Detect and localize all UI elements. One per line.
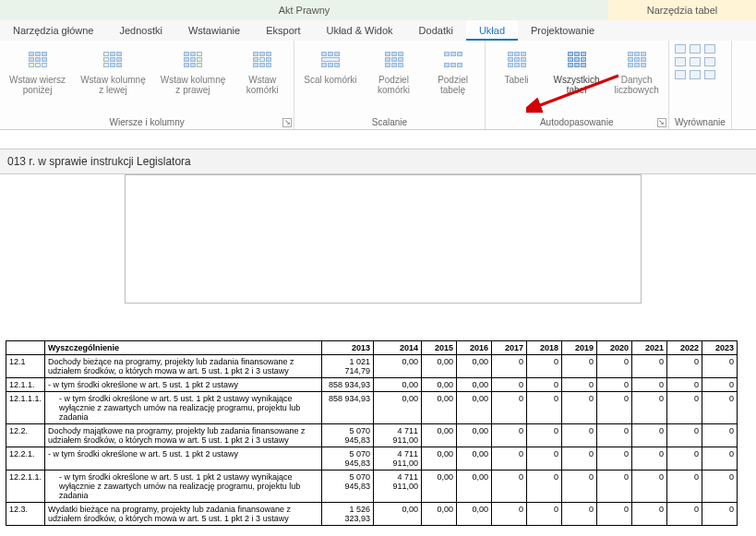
insert-col-right-icon: [178, 46, 208, 72]
cell-value: 0: [667, 378, 702, 392]
table-row[interactable]: 12.2.1.- w tym środki określone w art. 5…: [6, 447, 738, 470]
cell-value: 0,00: [457, 424, 492, 447]
merge-cells-label: Scal komórki: [304, 75, 356, 85]
table-row[interactable]: 12.1.1.- w tym środki określone w art. 5…: [6, 378, 738, 392]
autofit-table-button[interactable]: Tabeli: [491, 44, 543, 87]
split-cells-button[interactable]: Podziel komórki: [368, 44, 420, 97]
cell-code: 12.1: [6, 355, 45, 378]
cell-value: 0,00: [374, 392, 422, 424]
cell-value: 0: [492, 392, 527, 424]
cell-value: 1 526 323,93: [322, 503, 374, 526]
autofit-all-tables-icon: [562, 46, 592, 72]
align-top-center-button[interactable]: [690, 44, 701, 54]
cell-value: 0,00: [422, 378, 457, 392]
cell-value: 0: [527, 378, 562, 392]
table-row[interactable]: 12.2.Dochody majątkowe na programy, proj…: [6, 424, 738, 447]
insert-col-left-label: Wstaw kolumnę z lewej: [80, 75, 146, 95]
ribbon-tab[interactable]: Wstawianie: [175, 20, 253, 41]
insert-cells-button[interactable]: Wstaw komórki: [236, 44, 288, 97]
merge-cells-button[interactable]: Scal komórki: [300, 44, 360, 87]
align-top-left-button[interactable]: [675, 44, 686, 54]
cell-value: 0: [667, 503, 702, 526]
header-year: 2015: [422, 341, 457, 355]
insert-row-below-icon: [23, 46, 53, 72]
ribbon-tab[interactable]: Układ: [466, 20, 518, 41]
ribbon-tab[interactable]: Narzędzia główne: [0, 20, 106, 41]
align-bottom-center-button[interactable]: [690, 70, 701, 79]
insert-cells-icon: [247, 46, 277, 72]
cell-value: 0,00: [422, 470, 457, 503]
group-rows-columns-label: Wiersze i kolumny: [6, 115, 288, 127]
cell-value: 0: [527, 470, 562, 503]
align-middle-left-button[interactable]: [675, 57, 686, 66]
data-table[interactable]: Wyszczególnienie 2013 2014 2015 2016 201…: [6, 340, 738, 526]
align-bottom-right-button[interactable]: [704, 70, 715, 79]
cell-value: 0: [702, 470, 738, 503]
insert-col-right-button[interactable]: Wstaw kolumnę z prawej: [157, 44, 230, 97]
ribbon-tabs: Narzędzia główneJednostkiWstawianieEkspo…: [0, 20, 756, 41]
cell-value: 0: [632, 424, 667, 447]
cell-value: 5 070 945,83: [322, 470, 374, 503]
group-autofit-launcher[interactable]: ↘: [657, 118, 666, 127]
split-table-icon: [438, 46, 468, 72]
cell-value: 0,00: [457, 378, 492, 392]
cell-value: 0: [562, 447, 597, 470]
header-year: 2022: [667, 341, 702, 355]
cell-value: 0: [702, 392, 738, 424]
cell-value: 0: [632, 392, 667, 424]
autofit-numeric-button[interactable]: Danych liczbowych: [611, 44, 663, 97]
group-autofit-label: Autodopasowanie: [491, 115, 663, 127]
table-row[interactable]: 12.1.1.1.- w tym środki określone w art.…: [6, 392, 738, 424]
ribbon-tab[interactable]: Projektowanie: [518, 20, 607, 41]
cell-value: 4 711 911,00: [374, 470, 422, 503]
group-merge-label: Scalanie: [300, 115, 478, 127]
group-rows-columns-launcher[interactable]: ↘: [282, 118, 292, 127]
ribbon-tab[interactable]: Eksport: [253, 20, 313, 41]
table-header-row: Wyszczególnienie 2013 2014 2015 2016 201…: [6, 341, 738, 355]
cell-value: 0,00: [374, 355, 422, 378]
ribbon-context-titles: Akt Prawny Narzędzia tabel: [0, 0, 756, 20]
insert-row-below-button[interactable]: Wstaw wiersz poniżej: [6, 44, 69, 97]
page-preview[interactable]: [125, 174, 642, 304]
cell-desc: - w tym środki określone w art. 5 ust. 1…: [45, 378, 322, 392]
cell-value: 4 711 911,00: [374, 424, 422, 447]
header-year: 2023: [702, 341, 738, 355]
cell-value: 0: [527, 447, 562, 470]
group-align: Wyrównanie: [669, 41, 732, 129]
align-bottom-left-button[interactable]: [675, 70, 686, 79]
cell-code: 12.3.: [6, 503, 45, 526]
table-row[interactable]: 12.2.1.1.- w tym środki określone w art.…: [6, 470, 738, 503]
cell-value: 0: [632, 470, 667, 503]
insert-col-right-label: Wstaw kolumnę z prawej: [161, 75, 226, 95]
cell-code: 12.2.1.: [6, 447, 45, 470]
ribbon-tab[interactable]: Układ & Widok: [313, 20, 405, 41]
insert-cells-label: Wstaw komórki: [246, 75, 279, 95]
table-row[interactable]: 12.1Dochody bieżące na programy, projekt…: [6, 355, 738, 378]
autofit-numeric-label: Danych liczbowych: [615, 75, 659, 95]
autofit-table-label: Tabeli: [504, 75, 528, 85]
autofit-all-tables-button[interactable]: Wszystkich tabel: [550, 44, 604, 97]
page-area: [0, 174, 756, 331]
align-middle-center-button[interactable]: [690, 57, 701, 66]
cell-desc: - w tym środki określone w art. 5 ust. 1…: [45, 447, 322, 470]
group-rows-columns: Wstaw wiersz poniżej Wstaw kolumnę z lew…: [0, 41, 294, 129]
cell-value: 0: [492, 424, 527, 447]
cell-desc: Wydatki bieżące na programy, projekty lu…: [45, 503, 322, 526]
cell-value: 0,00: [422, 392, 457, 424]
cell-value: 0,00: [422, 355, 457, 378]
ribbon-tab[interactable]: Dodatki: [406, 20, 466, 41]
cell-value: 0: [597, 378, 632, 392]
ribbon-groups: Wstaw wiersz poniżej Wstaw kolumnę z lew…: [0, 41, 756, 129]
merge-cells-icon: [316, 46, 345, 72]
align-middle-right-button[interactable]: [704, 57, 715, 66]
split-table-label: Podziel tabelę: [438, 75, 468, 95]
split-table-button[interactable]: Podziel tabelę: [427, 44, 479, 97]
ribbon: Akt Prawny Narzędzia tabel Narzędzia głó…: [0, 0, 756, 130]
ribbon-tab[interactable]: Jednostki: [106, 20, 174, 41]
align-top-right-button[interactable]: [704, 44, 715, 54]
insert-col-left-button[interactable]: Wstaw kolumnę z lewej: [77, 44, 150, 97]
cell-desc: - w tym środki określone w art. 5 ust. 1…: [45, 470, 322, 503]
header-desc: Wyszczególnienie: [45, 341, 322, 355]
table-row[interactable]: 12.3.Wydatki bieżące na programy, projek…: [6, 503, 738, 526]
cell-value: 0,00: [422, 503, 457, 526]
